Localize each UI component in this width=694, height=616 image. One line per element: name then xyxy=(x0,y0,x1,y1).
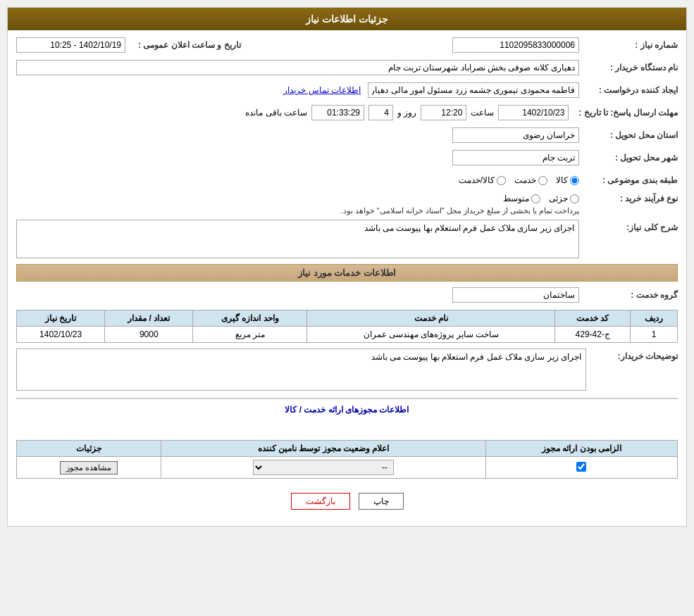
deadline-time-label: ساعت xyxy=(471,108,494,118)
services-table: ردیف کد خدمت نام خدمت واحد اندازه گیری ت… xyxy=(16,310,678,343)
view-license-button[interactable]: مشاهده مجوز xyxy=(60,461,118,474)
buyer-notes-input: اجرای زیر سازی ملاک عمل فرم استعلام بها … xyxy=(16,348,586,391)
col-date: تاریخ نیاز xyxy=(17,310,105,327)
license-section: اطلاعات مجوزهای ارائه خدمت / کالا الزامی… xyxy=(16,398,678,479)
cell-code: ج-42-429 xyxy=(555,327,631,343)
creator-input xyxy=(368,82,579,98)
datetime-label: تاریخ و ساعت اعلان عمومی : xyxy=(132,40,241,50)
license-header: اطلاعات مجوزهای ارائه خدمت / کالا xyxy=(16,405,678,415)
need-number-label: شماره نیاز : xyxy=(586,40,678,50)
services-table-section: ردیف کد خدمت نام خدمت واحد اندازه گیری ت… xyxy=(16,310,678,343)
buyer-notes-label: توضیحات خریدار: xyxy=(586,348,678,361)
lic-cell-status: -- xyxy=(161,457,485,479)
buyer-input xyxy=(16,60,579,75)
remaining-time-input xyxy=(311,105,364,120)
category-kala-khedmat[interactable]: کالا/خدمت xyxy=(459,175,506,185)
city-input xyxy=(452,150,579,165)
cell-date: 1402/10/23 xyxy=(17,327,105,343)
category-khedmat[interactable]: خدمت xyxy=(514,175,547,185)
print-button[interactable]: چاپ xyxy=(359,493,404,510)
need-description-input: اجرای زیر سازی ملاک عمل فرم استعلام بها … xyxy=(16,220,579,258)
creator-label: ایجاد کننده درخواست : xyxy=(586,85,678,95)
category-kala[interactable]: کالا xyxy=(556,175,579,185)
cell-unit: متر مربع xyxy=(193,327,307,343)
deadline-date-input xyxy=(498,105,569,120)
license-required-checkbox xyxy=(576,462,586,472)
lic-cell-detail: مشاهده مجوز xyxy=(17,457,161,479)
purchase-note: پرداخت تمام یا بخشی از مبلغ خریداز محل "… xyxy=(340,206,579,215)
col-unit: واحد اندازه گیری xyxy=(193,310,307,327)
cell-row: 1 xyxy=(631,327,678,343)
col-qty: تعداد / مقدار xyxy=(105,310,193,327)
purchase-type-partial[interactable]: جزئی xyxy=(549,194,579,203)
license-table: الزامی بودن ارائه مجوز اعلام وضعیت مجوز … xyxy=(16,440,678,479)
table-row: 1 ج-42-429 ساخت سایر پروژه‌های مهندسی عم… xyxy=(17,327,678,343)
col-row: ردیف xyxy=(631,310,678,327)
col-code: کد خدمت xyxy=(555,310,631,327)
service-group-label: گروه خدمت : xyxy=(586,290,678,300)
buyer-label: نام دستگاه خریدار : xyxy=(586,63,678,73)
license-row: -- مشاهده مجوز xyxy=(17,457,678,479)
deadline-time-input xyxy=(421,105,466,120)
province-label: استان محل تحویل : xyxy=(586,130,678,140)
buyer-notes-row: توضیحات خریدار: اجرای زیر سازی ملاک عمل … xyxy=(16,348,678,391)
category-label: طبقه بندی موضوعی : xyxy=(586,175,678,185)
deadline-label: مهلت ارسال پاسخ: تا تاریخ : xyxy=(573,108,678,118)
need-number-input xyxy=(452,37,579,53)
city-label: شهر محل تحویل : xyxy=(586,153,678,163)
page-header: جزئیات اطلاعات نیاز xyxy=(8,8,686,30)
province-input xyxy=(452,127,579,143)
bottom-buttons: چاپ بازگشت xyxy=(16,493,678,510)
lic-cell-required xyxy=(485,457,677,479)
purchase-type-medium[interactable]: متوسط xyxy=(503,194,540,203)
lic-col-required: الزامی بودن ارائه مجوز xyxy=(485,441,677,457)
deadline-days-label: روز و xyxy=(397,108,416,118)
lic-col-status: اعلام وضعیت مجوز توسط نامین کننده xyxy=(161,441,485,457)
purchase-type-label: نوع فرآیند خرید : xyxy=(586,194,678,203)
need-description-label: شرح کلی نیاز: xyxy=(586,220,678,232)
back-button[interactable]: بازگشت xyxy=(291,493,350,510)
contact-link[interactable]: اطلاعات تماس خریدار xyxy=(283,85,361,95)
cell-qty: 9000 xyxy=(105,327,193,343)
col-name: نام خدمت xyxy=(307,310,555,327)
cell-name: ساخت سایر پروژه‌های مهندسی عمران xyxy=(307,327,555,343)
service-group-input xyxy=(452,287,579,303)
lic-col-detail: جزئیات xyxy=(17,441,161,457)
license-status-select[interactable]: -- xyxy=(253,460,394,475)
remaining-label: ساعت باقی مانده xyxy=(245,108,307,118)
datetime-input xyxy=(16,37,125,53)
services-section-header: اطلاعات خدمات مورد نیاز xyxy=(16,264,678,282)
deadline-days-input xyxy=(368,105,393,120)
